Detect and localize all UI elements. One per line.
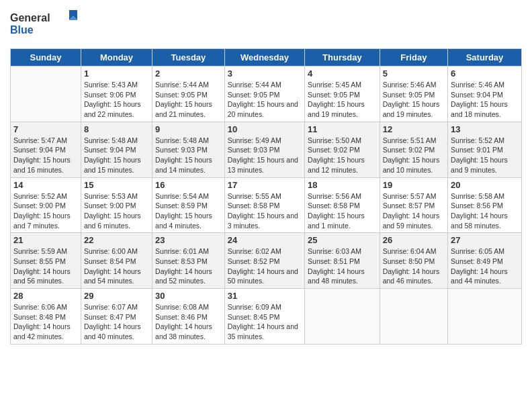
daylight: Daylight: 15 hours and 19 minutes.	[308, 99, 377, 119]
sunset: Sunset: 8:58 PM	[308, 201, 377, 211]
week-row-2: 7 Sunrise: 5:47 AM Sunset: 9:04 PM Dayli…	[11, 122, 522, 177]
sunset: Sunset: 9:05 PM	[155, 90, 222, 100]
week-row-4: 21 Sunrise: 5:59 AM Sunset: 8:55 PM Dayl…	[11, 233, 522, 289]
daylight: Daylight: 14 hours and 44 minutes.	[451, 267, 519, 286]
sunrise: Sunrise: 5:52 AM	[451, 136, 519, 146]
daylight: Daylight: 15 hours and 10 minutes.	[383, 155, 445, 175]
day-number: 9	[155, 124, 222, 134]
daylight: Daylight: 14 hours and 52 minutes.	[155, 267, 222, 286]
sunrise: Sunrise: 6:08 AM	[155, 302, 222, 312]
day-info: Sunrise: 6:06 AM Sunset: 8:48 PM Dayligh…	[13, 302, 78, 342]
daylight: Daylight: 14 hours and 59 minutes.	[383, 211, 445, 230]
sunset: Sunset: 8:57 PM	[383, 201, 445, 211]
sunset: Sunset: 8:46 PM	[155, 312, 222, 322]
sunrise: Sunrise: 5:53 AM	[84, 191, 149, 201]
sunset: Sunset: 9:05 PM	[383, 90, 445, 100]
day-cell: 25 Sunrise: 6:03 AM Sunset: 8:51 PM Dayl…	[305, 233, 380, 289]
sunrise: Sunrise: 5:59 AM	[13, 246, 78, 257]
sunrise: Sunrise: 6:07 AM	[84, 302, 149, 312]
day-cell: 23 Sunrise: 6:01 AM Sunset: 8:53 PM Dayl…	[152, 233, 225, 289]
sunrise: Sunrise: 5:44 AM	[228, 80, 302, 90]
day-cell	[380, 289, 447, 345]
header: General Blue	[10, 7, 522, 43]
day-info: Sunrise: 6:05 AM Sunset: 8:49 PM Dayligh…	[451, 246, 519, 286]
day-info: Sunrise: 6:02 AM Sunset: 8:52 PM Dayligh…	[228, 246, 302, 286]
day-info: Sunrise: 5:46 AM Sunset: 9:05 PM Dayligh…	[383, 80, 445, 120]
daylight: Daylight: 15 hours and 13 minutes.	[228, 155, 302, 175]
day-cell: 10 Sunrise: 5:49 AM Sunset: 9:03 PM Dayl…	[224, 122, 304, 177]
sunrise: Sunrise: 5:48 AM	[84, 136, 149, 146]
day-cell	[305, 289, 380, 345]
day-info: Sunrise: 5:49 AM Sunset: 9:03 PM Dayligh…	[228, 136, 302, 175]
day-cell: 18 Sunrise: 5:56 AM Sunset: 8:58 PM Dayl…	[305, 177, 380, 233]
day-number: 13	[451, 124, 519, 134]
sunset: Sunset: 9:04 PM	[451, 90, 519, 100]
day-number: 3	[228, 68, 302, 79]
sunrise: Sunrise: 6:09 AM	[228, 302, 302, 312]
col-header-saturday: Saturday	[448, 49, 522, 66]
day-cell: 1 Sunrise: 5:43 AM Sunset: 9:06 PM Dayli…	[81, 66, 152, 122]
day-info: Sunrise: 5:53 AM Sunset: 9:00 PM Dayligh…	[84, 191, 149, 231]
logo-text: General Blue	[10, 7, 84, 43]
daylight: Daylight: 14 hours and 40 minutes.	[84, 322, 149, 341]
day-number: 19	[383, 180, 445, 190]
day-number: 5	[383, 68, 445, 79]
daylight: Daylight: 14 hours and 58 minutes.	[451, 211, 519, 230]
day-cell: 6 Sunrise: 5:46 AM Sunset: 9:04 PM Dayli…	[448, 66, 522, 122]
day-cell: 4 Sunrise: 5:45 AM Sunset: 9:05 PM Dayli…	[305, 66, 380, 122]
sunrise: Sunrise: 5:43 AM	[84, 80, 149, 90]
day-cell: 15 Sunrise: 5:53 AM Sunset: 9:00 PM Dayl…	[81, 177, 152, 233]
sunset: Sunset: 9:02 PM	[383, 145, 445, 155]
day-number: 6	[451, 68, 519, 79]
col-header-wednesday: Wednesday	[224, 49, 304, 66]
day-cell: 21 Sunrise: 5:59 AM Sunset: 8:55 PM Dayl…	[11, 233, 81, 289]
day-cell: 16 Sunrise: 5:54 AM Sunset: 8:59 PM Dayl…	[152, 177, 225, 233]
col-header-friday: Friday	[380, 49, 447, 66]
day-cell: 30 Sunrise: 6:08 AM Sunset: 8:46 PM Dayl…	[152, 289, 225, 345]
day-cell: 22 Sunrise: 6:00 AM Sunset: 8:54 PM Dayl…	[81, 233, 152, 289]
day-cell: 31 Sunrise: 6:09 AM Sunset: 8:45 PM Dayl…	[224, 289, 304, 345]
sunset: Sunset: 8:56 PM	[451, 201, 519, 211]
day-info: Sunrise: 6:03 AM Sunset: 8:51 PM Dayligh…	[308, 246, 377, 286]
day-number: 16	[155, 180, 222, 190]
daylight: Daylight: 15 hours and 16 minutes.	[13, 155, 78, 175]
day-cell: 14 Sunrise: 5:52 AM Sunset: 9:00 PM Dayl…	[11, 177, 81, 233]
day-info: Sunrise: 6:01 AM Sunset: 8:53 PM Dayligh…	[155, 246, 222, 286]
sunset: Sunset: 9:04 PM	[84, 145, 149, 155]
day-cell: 7 Sunrise: 5:47 AM Sunset: 9:04 PM Dayli…	[11, 122, 81, 177]
sunrise: Sunrise: 5:46 AM	[451, 80, 519, 90]
day-number: 10	[228, 124, 302, 134]
sunrise: Sunrise: 6:04 AM	[383, 246, 445, 257]
sunrise: Sunrise: 5:54 AM	[155, 191, 222, 201]
sunset: Sunset: 8:58 PM	[228, 201, 302, 211]
sunrise: Sunrise: 6:03 AM	[308, 246, 377, 257]
sunset: Sunset: 9:05 PM	[228, 90, 302, 100]
calendar-page: General Blue SundayMondayTuesdayWednesda…	[0, 0, 532, 411]
daylight: Daylight: 15 hours and 14 minutes.	[155, 155, 222, 175]
daylight: Daylight: 15 hours and 6 minutes.	[84, 211, 149, 230]
day-number: 31	[228, 291, 302, 301]
day-info: Sunrise: 5:50 AM Sunset: 9:02 PM Dayligh…	[308, 136, 377, 175]
sunset: Sunset: 8:55 PM	[13, 257, 78, 267]
daylight: Daylight: 14 hours and 46 minutes.	[383, 267, 445, 286]
day-info: Sunrise: 5:51 AM Sunset: 9:02 PM Dayligh…	[383, 136, 445, 175]
sunset: Sunset: 8:48 PM	[13, 312, 78, 322]
sunset: Sunset: 9:04 PM	[13, 145, 78, 155]
daylight: Daylight: 15 hours and 12 minutes.	[308, 155, 377, 175]
sunset: Sunset: 9:05 PM	[308, 90, 377, 100]
week-row-1: 1 Sunrise: 5:43 AM Sunset: 9:06 PM Dayli…	[11, 66, 522, 122]
sunrise: Sunrise: 5:48 AM	[155, 136, 222, 146]
day-cell: 28 Sunrise: 6:06 AM Sunset: 8:48 PM Dayl…	[11, 289, 81, 345]
day-info: Sunrise: 5:54 AM Sunset: 8:59 PM Dayligh…	[155, 191, 222, 231]
svg-text:Blue: Blue	[10, 24, 34, 36]
day-info: Sunrise: 5:48 AM Sunset: 9:04 PM Dayligh…	[84, 136, 149, 175]
sunrise: Sunrise: 5:50 AM	[308, 136, 377, 146]
day-cell: 27 Sunrise: 6:05 AM Sunset: 8:49 PM Dayl…	[448, 233, 522, 289]
day-info: Sunrise: 5:47 AM Sunset: 9:04 PM Dayligh…	[13, 136, 78, 175]
sunrise: Sunrise: 6:00 AM	[84, 246, 149, 257]
sunrise: Sunrise: 5:52 AM	[13, 191, 78, 201]
sunset: Sunset: 8:53 PM	[155, 257, 222, 267]
day-cell: 17 Sunrise: 5:55 AM Sunset: 8:58 PM Dayl…	[224, 177, 304, 233]
day-cell: 20 Sunrise: 5:58 AM Sunset: 8:56 PM Dayl…	[448, 177, 522, 233]
day-number: 27	[451, 235, 519, 245]
